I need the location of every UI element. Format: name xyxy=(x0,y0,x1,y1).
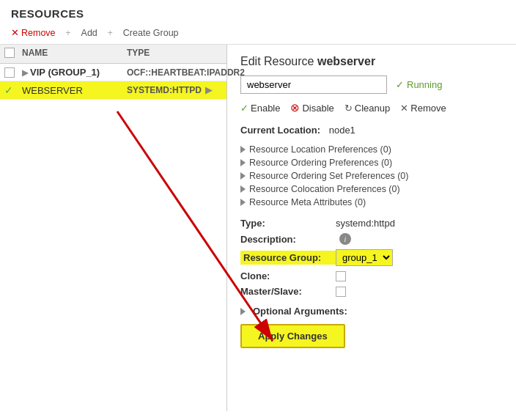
pref-triangle-icon xyxy=(240,199,246,206)
optional-args-section: Optional Arguments: Apply Changes xyxy=(240,306,503,348)
disable-button[interactable]: ⊗ Disable xyxy=(290,101,333,114)
remove-label: Remove xyxy=(21,28,56,38)
clone-row: Clone: xyxy=(240,270,503,281)
details-section: Type: systemd:httpd Description: i Resou… xyxy=(240,218,503,297)
pref-triangle-icon xyxy=(240,146,246,153)
clone-label: Clone: xyxy=(240,270,336,281)
pref-colocation[interactable]: Resource Colocation Preferences (0) xyxy=(240,183,503,196)
master-slave-label: Master/Slave: xyxy=(240,286,336,297)
pref-ordering-set-label: Resource Ordering Set Preferences (0) xyxy=(249,171,408,181)
toolbar-remove[interactable]: ✕ Remove xyxy=(11,27,56,38)
page-container: RESOURCES ✕ Remove + Add + Create Group … xyxy=(0,0,516,420)
pref-triangle-icon xyxy=(240,172,246,180)
resource-group-label: Resource Group: xyxy=(240,251,336,265)
description-info-icon[interactable]: i xyxy=(339,233,351,245)
remove-label: Remove xyxy=(410,103,446,114)
toolbar: ✕ Remove + Add + Create Group xyxy=(0,24,516,45)
row1-type: ocf::heartbeat:IPaddr2 xyxy=(127,67,222,78)
pref-ordering[interactable]: Resource Ordering Preferences (0) xyxy=(240,156,503,169)
pref-location-label: Resource Location Preferences (0) xyxy=(249,144,391,155)
status-check-icon: ✓ xyxy=(396,79,404,90)
remove-icon: ✕ xyxy=(400,103,408,114)
remove-icon: ✕ xyxy=(11,27,19,38)
remove-button[interactable]: ✕ Remove xyxy=(400,103,446,114)
cleanup-button[interactable]: ↻ Cleanup xyxy=(344,103,390,114)
pref-triangle-icon xyxy=(240,185,246,193)
disable-icon: ⊗ xyxy=(290,101,300,114)
table-header: NAME TYPE xyxy=(0,45,226,64)
preferences-section: Resource Location Preferences (0) Resour… xyxy=(240,143,503,209)
table-row[interactable]: ▶ vip (group_1) ocf::heartbeat:IPaddr2 xyxy=(0,64,226,81)
right-panel: Edit Resource webserver ✓ Running ✓ Enab… xyxy=(227,45,516,411)
add-label: Add xyxy=(81,28,97,38)
current-location-label: Current Location: xyxy=(240,125,320,136)
left-panel: NAME TYPE ▶ vip (group_1) ocf::heartbeat… xyxy=(0,45,227,411)
enable-button[interactable]: ✓ Enable xyxy=(240,103,280,114)
master-slave-checkbox[interactable] xyxy=(336,287,346,297)
enable-label: Enable xyxy=(251,103,280,114)
toolbar-add[interactable]: Add xyxy=(81,28,97,38)
row2-name-text: webserver xyxy=(22,85,83,96)
clone-checkbox[interactable] xyxy=(336,271,346,281)
col-name-header: NAME xyxy=(22,48,127,60)
row1-name-text: vip (group_1) xyxy=(30,67,100,78)
pref-meta-label: Resource Meta Attributes (0) xyxy=(249,197,366,207)
current-location-value: node1 xyxy=(329,125,355,136)
resource-group-select[interactable]: group_1 none xyxy=(336,249,393,266)
disable-label: Disable xyxy=(302,103,333,114)
action-bar: ✓ Enable ⊗ Disable ↻ Cleanup ✕ Remove xyxy=(240,101,503,114)
optional-args-label: Optional Arguments: xyxy=(253,306,347,317)
edit-resource-name: webserver xyxy=(317,55,375,67)
toolbar-create-group[interactable]: Create Group xyxy=(123,28,179,38)
row1-check[interactable] xyxy=(4,67,22,78)
separator-1: + xyxy=(66,28,71,38)
apply-changes-button[interactable]: Apply Changes xyxy=(240,324,345,348)
optional-args-header[interactable]: Optional Arguments: xyxy=(240,306,503,317)
row2-name: webserver xyxy=(22,85,127,96)
status-row: ✓ Running xyxy=(396,79,442,90)
pref-colocation-label: Resource Colocation Preferences (0) xyxy=(249,184,400,194)
description-label: Description: xyxy=(240,234,336,245)
optional-args-triangle-icon xyxy=(240,308,246,315)
edit-title-prefix: Edit Resource xyxy=(240,55,314,67)
page-title: RESOURCES xyxy=(0,7,516,24)
pref-triangle-icon xyxy=(240,159,246,166)
header-checkbox[interactable] xyxy=(4,48,15,58)
edit-resource-title: Edit Resource webserver xyxy=(240,55,503,68)
row2-checkmark: ✓ xyxy=(4,84,13,96)
resource-group-row: Resource Group: group_1 none xyxy=(240,249,503,266)
pref-ordering-label: Resource Ordering Preferences (0) xyxy=(249,158,392,168)
description-row: Description: i xyxy=(240,233,503,245)
current-location-row: Current Location: node1 xyxy=(240,125,503,136)
type-row: Type: systemd:httpd xyxy=(240,218,503,229)
main-layout: NAME TYPE ▶ vip (group_1) ocf::heartbeat… xyxy=(0,45,516,411)
row1-name: ▶ vip (group_1) xyxy=(22,67,127,78)
pref-meta[interactable]: Resource Meta Attributes (0) xyxy=(240,196,503,209)
type-value: systemd:httpd xyxy=(336,218,395,229)
col-type-header: TYPE xyxy=(127,48,222,60)
resource-name-row: ✓ Running xyxy=(240,75,503,94)
status-label: Running xyxy=(407,79,442,90)
create-group-label: Create Group xyxy=(123,28,179,38)
col-check-header xyxy=(4,48,22,60)
separator-2: + xyxy=(108,28,113,38)
row1-expand-icon: ▶ xyxy=(22,68,30,77)
master-slave-row: Master/Slave: xyxy=(240,286,503,297)
row1-checkbox[interactable] xyxy=(4,67,15,78)
cleanup-icon: ↻ xyxy=(344,103,353,114)
cleanup-label: Cleanup xyxy=(355,103,390,114)
pref-location[interactable]: Resource Location Preferences (0) xyxy=(240,143,503,156)
row2-type: systemd:httpd ▶ xyxy=(127,85,222,95)
type-label: Type: xyxy=(240,218,336,229)
pref-ordering-set[interactable]: Resource Ordering Set Preferences (0) xyxy=(240,169,503,183)
table-row[interactable]: ✓ webserver systemd:httpd ▶ xyxy=(0,81,226,100)
row2-check[interactable]: ✓ xyxy=(4,84,22,96)
resource-name-input[interactable] xyxy=(240,75,387,94)
enable-icon: ✓ xyxy=(240,103,248,114)
row2-arrow-icon: ▶ xyxy=(205,85,212,95)
